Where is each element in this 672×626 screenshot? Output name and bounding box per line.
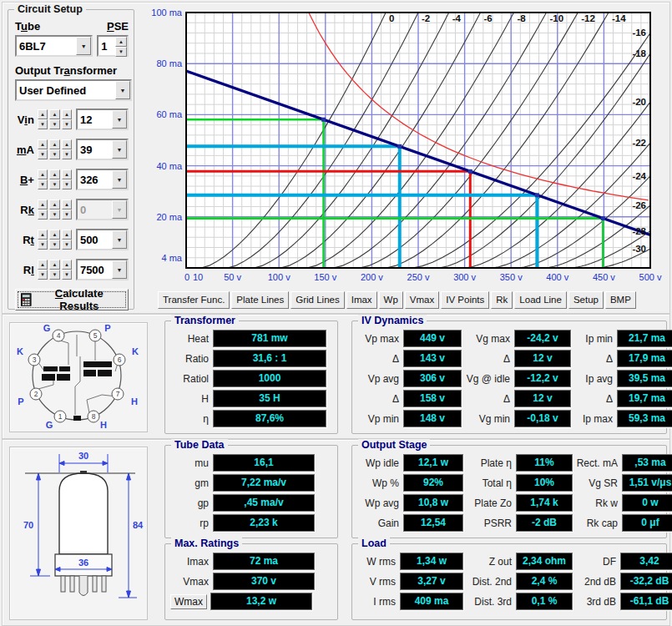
rk-spinner-1-up-icon[interactable]: ▲ [38,199,48,210]
rl-combo[interactable]: 7500 ▼ [76,259,129,280]
chart-tick-label: 100 v [268,272,291,282]
ma-spinner-2-down-icon[interactable]: ▼ [49,149,59,159]
rl-spinner-1-up-icon[interactable]: ▲ [38,260,48,270]
transformer-row-ratiol: Ratiol1000 [170,370,326,387]
output_stage-row-rk-cap: Rk cap0 μf [574,514,672,532]
load-title: Load [358,538,390,549]
ma-spinner-3-up-icon[interactable]: ▲ [62,139,72,149]
rt-spinner-1-up-icon[interactable]: ▲ [38,230,48,240]
rk-spinner-3-down-icon[interactable]: ▼ [62,210,72,220]
rl-spinner-2-up-icon[interactable]: ▲ [49,260,59,270]
pse-up-icon[interactable]: ▲ [115,37,127,47]
ma-spinner-2-up-icon[interactable]: ▲ [49,139,59,149]
b-combo[interactable]: 326 ▼ [76,169,129,190]
rt-combo[interactable]: 500 ▼ [76,229,129,250]
load-column-2: Z out2,34 ohmDist. 2nd2,4 %Dist. 3rd0,1 … [465,553,573,610]
chevron-down-icon[interactable]: ▼ [112,230,127,249]
output-transformer-combo[interactable]: User Defined ▼ [15,79,132,101]
chart-button-transfer-func[interactable]: Transfer Func. [158,291,230,309]
tube_data-column-1: mu16,1gm7,22 ma/vgp,45 ma/vrp2,23 k [170,454,315,532]
pse-down-icon[interactable]: ▼ [115,47,127,57]
vin-row: Vin ▲ ▼ ▲ ▼ ▲ ▼ 12 ▼ [15,109,129,130]
chevron-down-icon[interactable]: ▼ [112,200,127,219]
vin-label: Vin [15,114,34,126]
ma-spinner-1-up-icon[interactable]: ▲ [38,139,48,149]
chart-button-grid-lines[interactable]: Grid Lines [291,291,344,309]
x-value: 87,6% [213,410,326,427]
chart-tick-label: 4 ma [162,253,183,263]
wmax-button[interactable]: Wmax [170,594,207,609]
chart-tick-label: 0 [184,272,189,282]
gain-label: Gain [357,517,403,529]
chart-button-wp[interactable]: Wp [379,291,403,309]
rt-spinner-1-down-icon[interactable]: ▼ [38,240,48,250]
chevron-down-icon[interactable]: ▼ [115,81,130,99]
iv_dynamics-row-vp-min: Vp min148 v [357,410,462,427]
pin-function-labels: G P K K P H G H [17,323,139,430]
ma-combo[interactable]: 39 ▼ [76,139,129,160]
rk-spinner-1-down-icon[interactable]: ▼ [38,210,48,220]
wmax-value: 13,2 w [210,593,312,610]
vin-combo-value: 12 [78,114,112,126]
b-spinner-2-up-icon[interactable]: ▲ [49,169,59,179]
chart-button-bmp[interactable]: BMP [605,291,636,309]
b-spinner-1-down-icon[interactable]: ▼ [38,179,48,189]
ma-spinner-3-down-icon[interactable]: ▼ [62,149,72,159]
chart-button-vmax[interactable]: Vmax [405,291,439,309]
chart-tick-label: 80 ma [156,58,182,68]
chart-button-rk[interactable]: Rk [491,291,513,309]
vin-spinner-2-down-icon[interactable]: ▼ [49,119,59,129]
chart-button-imax[interactable]: Imax [346,291,377,309]
rk-combo[interactable]: 0 ▼ [76,199,129,220]
calculate-results-button[interactable]: Calculate Results [15,289,129,310]
vin-combo[interactable]: 12 ▼ [76,109,129,130]
rt-spinner-3-down-icon[interactable]: ▼ [62,240,72,250]
iv_dynamics-row-vp-avg: Vp avg306 v [357,370,462,387]
b-spinner-3-down-icon[interactable]: ▼ [62,179,72,189]
rk-spinner-2: ▲ ▼ [49,199,59,220]
output_stage-column-1: Wp idle12,1 wWp %92%Wp avg10,8 wGain12,5… [357,454,463,532]
tube-combo[interactable]: 6BL7 ▼ [15,35,93,57]
rk-spinner-3-up-icon[interactable]: ▲ [62,199,72,210]
rl-spinner-3-up-icon[interactable]: ▲ [62,260,72,270]
calculate-results-label: Calculate Results [36,287,123,312]
chevron-down-icon[interactable]: ▼ [76,37,91,55]
df-value: 3,42 [620,553,672,570]
plate-zo-label: Plate Zo [465,497,516,509]
vin-spinner-3-up-icon[interactable]: ▲ [62,109,72,119]
chevron-down-icon[interactable]: ▼ [112,110,127,129]
rt-spinner-2-down-icon[interactable]: ▼ [49,240,59,250]
chevron-down-icon[interactable]: ▼ [112,260,127,279]
rt-spinner-3-up-icon[interactable]: ▲ [62,230,72,240]
ma-spinner-1-down-icon[interactable]: ▼ [38,149,48,159]
vin-spinner-1-down-icon[interactable]: ▼ [38,119,48,129]
vin-spinner-3-down-icon[interactable]: ▼ [62,119,72,129]
output_stage-row-total: Total η10% [465,474,573,492]
max-ratings-title: Max. Ratings [171,538,242,549]
gm-value: 7,22 ma/v [213,474,315,492]
chart-button-load-line[interactable]: Load Line [514,291,567,309]
b-spinner-3-up-icon[interactable]: ▲ [62,169,72,179]
plate-curves-chart: 0-2-4-6-8-10-12-14-16-18-20-22-24-26-28-… [134,8,672,291]
rk-spinner-2-up-icon[interactable]: ▲ [49,199,59,210]
chevron-down-icon[interactable]: ▼ [112,170,127,189]
vin-spinner-2-up-icon[interactable]: ▲ [49,109,59,119]
ma-label: mA [15,144,34,156]
chart-button-plate-lines[interactable]: Plate Lines [231,291,289,309]
chart-button-setup[interactable]: Setup [568,291,604,309]
max-ratings-group: Max. Ratings Imax72 maVmax370 vWmax13,2 … [164,543,338,620]
vin-spinner-1-up-icon[interactable]: ▲ [38,109,48,119]
iv_dynamics-row-x: Δ17,9 ma [573,350,672,367]
rl-spinner-2-down-icon[interactable]: ▼ [49,270,59,280]
chart-button-iv-points[interactable]: IV Points [441,291,489,309]
chevron-down-icon[interactable]: ▼ [112,140,127,159]
rl-spinner-1-down-icon[interactable]: ▼ [38,270,48,280]
svg-text:70: 70 [23,520,33,530]
pse-spinedit[interactable]: 1 ▲ ▼ [97,35,129,57]
rk-spinner-2-down-icon[interactable]: ▼ [49,210,59,220]
b-spinner-2-down-icon[interactable]: ▼ [49,179,59,189]
rl-spinner-3-down-icon[interactable]: ▼ [62,270,72,280]
rt-spinner-2-up-icon[interactable]: ▲ [49,230,59,240]
b-spinner-1-up-icon[interactable]: ▲ [38,169,48,179]
rl-spinner-3: ▲ ▼ [62,260,72,280]
